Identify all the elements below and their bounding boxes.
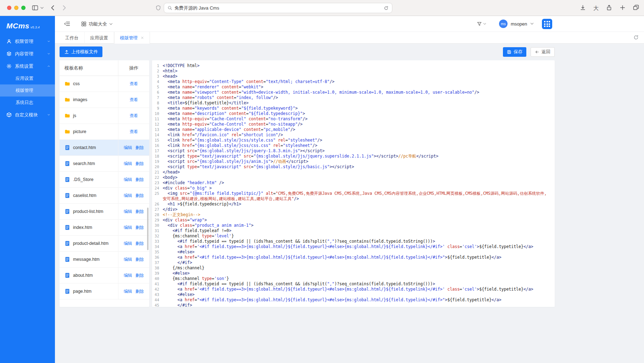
file-icon xyxy=(65,161,70,166)
table-row[interactable]: product-detail.htm编辑删除 xyxy=(60,236,149,252)
action-link[interactable]: 编辑 xyxy=(124,225,132,231)
table-row[interactable]: images查看 xyxy=(60,92,149,108)
save-button[interactable]: 保存 xyxy=(503,47,526,57)
menu-all-functions[interactable]: 功能大全 xyxy=(81,16,113,32)
action-link[interactable]: 查看 xyxy=(130,81,138,87)
action-link[interactable]: 删除 xyxy=(135,177,144,183)
username[interactable]: msopen xyxy=(511,16,527,32)
tab-overview-icon[interactable] xyxy=(633,5,639,11)
code-line: 17 <script src="{ms:global.style/}js/jqu… xyxy=(152,148,555,154)
close-window-button[interactable] xyxy=(7,6,11,10)
line-number: 39 xyxy=(152,271,163,276)
line-number: 20 xyxy=(152,164,163,170)
action-link[interactable]: 删除 xyxy=(135,273,144,279)
line-number: 1 xyxy=(152,63,163,68)
table-row[interactable]: search.htm编辑删除 xyxy=(60,156,149,172)
sidebar-subitem[interactable]: 系统日志 xyxy=(0,97,55,109)
table-row[interactable]: js查看 xyxy=(60,108,149,124)
action-link[interactable]: 删除 xyxy=(135,241,144,247)
tab-bar: 工作台应用设置模版管理 xyxy=(55,32,644,44)
text-size-button[interactable]: 大 xyxy=(593,5,599,11)
file-name-cell: js xyxy=(60,108,118,123)
zoom-window-button[interactable] xyxy=(21,6,26,10)
sidebar-subitem[interactable]: 模版管理 xyxy=(0,84,55,97)
code-editor[interactable]: 1<!DOCTYPE html>2<html>3<head>4 <meta ht… xyxy=(152,60,555,307)
code-text: <head> xyxy=(163,74,555,79)
action-link[interactable]: 编辑 xyxy=(124,288,132,295)
share-icon[interactable] xyxy=(606,5,612,11)
filter-button[interactable] xyxy=(477,21,486,27)
reload-icon[interactable] xyxy=(384,6,388,11)
table-row[interactable]: .DS_Store编辑删除 xyxy=(60,172,149,188)
action-link[interactable]: 删除 xyxy=(135,225,144,231)
tab-应用设置[interactable]: 应用设置 xyxy=(85,32,114,44)
file-actions-cell: 编辑删除 xyxy=(118,172,149,187)
code-line: 22<body> xyxy=(152,175,555,180)
action-link[interactable]: 删除 xyxy=(135,257,144,263)
table-row[interactable]: message.htm编辑删除 xyxy=(60,252,149,268)
tab-模版管理[interactable]: 模版管理 xyxy=(114,32,150,44)
new-tab-icon[interactable] xyxy=(620,5,626,11)
upload-template-button[interactable]: 上传模板文件 xyxy=(60,46,102,57)
table-row[interactable]: contact.htm编辑删除 xyxy=(60,140,149,156)
back-button-app[interactable]: 返回 xyxy=(531,47,555,57)
work-area: 模板名称 操作 css查看images查看js查看picture查看contac… xyxy=(60,60,555,307)
action-link[interactable]: 编辑 xyxy=(124,241,132,247)
tab-工作台[interactable]: 工作台 xyxy=(60,32,85,44)
tab-label: 工作台 xyxy=(65,32,79,44)
table-row[interactable]: index.htm编辑删除 xyxy=(60,220,149,236)
address-bar[interactable]: 免费开源的 Java Cms xyxy=(164,3,392,13)
action-link[interactable]: 编辑 xyxy=(124,177,132,183)
refresh-tab-icon[interactable] xyxy=(633,35,639,40)
user-menu-chevron-icon[interactable] xyxy=(530,22,534,25)
action-link[interactable]: 删除 xyxy=(135,209,144,215)
action-link[interactable]: 查看 xyxy=(130,97,138,103)
file-icon xyxy=(65,273,70,278)
table-row[interactable]: picture查看 xyxy=(60,124,149,140)
action-link[interactable]: 编辑 xyxy=(124,193,132,199)
table-row[interactable]: caselist.htm编辑删除 xyxy=(60,188,149,204)
file-name-cell: search.htm xyxy=(60,156,118,171)
file-icon xyxy=(65,225,70,230)
minimize-window-button[interactable] xyxy=(14,6,18,10)
file-name: about.htm xyxy=(73,272,111,279)
file-name: product-list.htm xyxy=(73,208,111,215)
table-row[interactable]: about.htm编辑删除 xyxy=(60,268,149,284)
action-link[interactable]: 删除 xyxy=(135,161,144,167)
action-link[interactable]: 编辑 xyxy=(124,145,132,151)
sidebar-item[interactable]: 权限管理 xyxy=(0,35,55,48)
sidebar-item[interactable]: 内容管理 xyxy=(0,48,55,60)
action-link[interactable]: 查看 xyxy=(130,113,138,119)
user-avatar[interactable]: ms xyxy=(499,20,508,28)
sidebar-item[interactable]: 系统设置 xyxy=(0,60,55,72)
scrollbar-thumb[interactable] xyxy=(147,208,149,250)
action-link[interactable]: 编辑 xyxy=(124,161,132,167)
action-link[interactable]: 删除 xyxy=(135,193,144,199)
action-link[interactable]: 编辑 xyxy=(124,257,132,263)
apps-grid-button[interactable] xyxy=(542,19,552,29)
back-button[interactable] xyxy=(51,5,55,11)
table-row[interactable]: page.htm编辑删除 xyxy=(60,284,149,299)
action-link[interactable]: 编辑 xyxy=(124,209,132,215)
action-link[interactable]: 编辑 xyxy=(124,273,132,279)
privacy-shield-icon[interactable] xyxy=(156,5,161,11)
tab-close-icon[interactable] xyxy=(141,36,144,39)
sidebar-subitem[interactable]: 应用设置 xyxy=(0,72,55,84)
action-link[interactable]: 查看 xyxy=(130,129,138,135)
sidebar-chevron-icon[interactable] xyxy=(40,7,44,9)
table-row[interactable]: css查看 xyxy=(60,76,149,92)
action-link[interactable]: 删除 xyxy=(135,288,144,295)
column-action: 操作 xyxy=(118,60,149,76)
forward-button[interactable] xyxy=(62,5,66,11)
line-number: 44 xyxy=(152,297,163,303)
downloads-icon[interactable] xyxy=(580,5,586,11)
sidebar-item-label: 系统设置 xyxy=(15,63,47,70)
action-link[interactable]: 删除 xyxy=(135,145,144,151)
file-name-cell: picture xyxy=(60,124,118,139)
code-line: 15 <link href="{ms:global.style/}css/sty… xyxy=(152,138,555,143)
sidebar-toggle-icon[interactable] xyxy=(32,5,38,11)
sidebar-item[interactable]: 自定义模块 xyxy=(0,109,55,121)
table-row[interactable]: product-list.htm编辑删除 xyxy=(60,204,149,220)
sidebar-item-label: 内容管理 xyxy=(15,51,47,57)
collapse-sidebar-icon[interactable] xyxy=(64,21,70,27)
